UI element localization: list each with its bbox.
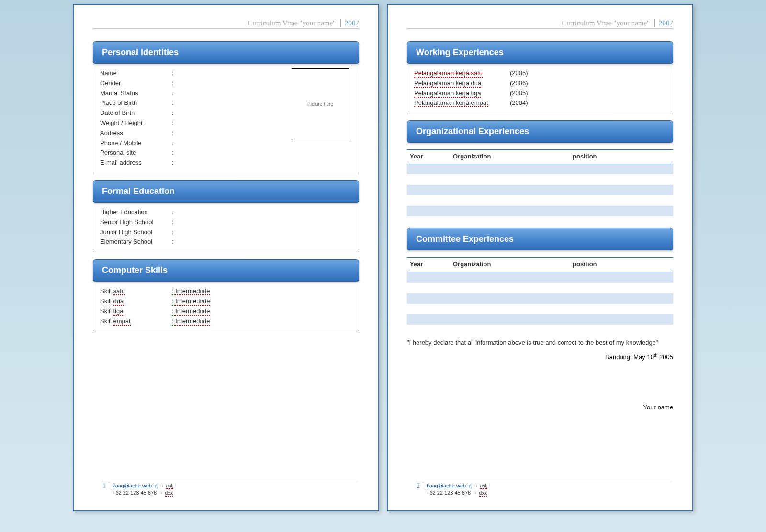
section-body-committee-experiences: Year Organization position <box>407 250 673 329</box>
info-label: Date of Birth <box>100 108 172 118</box>
arrow-icon: → <box>473 483 478 488</box>
table-row <box>407 293 673 304</box>
section-title-organizational-experiences: Organizational Experiences <box>407 120 673 143</box>
colon: : <box>172 89 181 99</box>
colon: : <box>172 98 181 108</box>
page-number: 2 <box>417 482 423 490</box>
colon: : <box>172 108 181 118</box>
table-row <box>407 195 673 206</box>
info-label: Junior High School <box>100 227 172 238</box>
colon: : <box>172 148 181 158</box>
skill-level: : Intermediate <box>172 296 210 306</box>
colon: : <box>172 79 181 89</box>
table-row <box>407 314 673 325</box>
header-rule <box>93 28 359 29</box>
info-row: Personal site: <box>100 148 352 158</box>
spellcheck-red: Intermediate <box>175 317 210 326</box>
spellcheck-red: Intermediate <box>175 297 210 306</box>
signature-name: Your name <box>407 404 673 411</box>
arrow-icon: → <box>158 490 163 496</box>
info-label: Elementary School <box>100 237 172 247</box>
experience-row: Pelangalaman kerja dua(2006) <box>414 79 666 89</box>
col-position: position <box>570 258 673 272</box>
info-label: Phone / Mobile <box>100 138 172 148</box>
colon: : <box>172 158 181 168</box>
info-row: Higher Education: <box>100 207 352 217</box>
info-row: Senior High School: <box>100 217 352 227</box>
col-organization: Organization <box>450 150 570 164</box>
page-number: 1 <box>102 482 109 490</box>
header-title-prefix: Curriculum Vitae <box>248 19 297 27</box>
table-row <box>407 283 673 293</box>
spellcheck-red: aslj <box>166 483 174 489</box>
col-year: Year <box>407 258 450 272</box>
skill-label: Skill empat <box>100 317 172 327</box>
experience-label: Pelangalaman kerja tiga <box>414 89 510 99</box>
header-name-placeholder: "your name" <box>299 19 336 27</box>
section-body-computer-skills: Skill satu : Intermediate Skill dua : In… <box>93 282 359 331</box>
experience-year: (2005) <box>510 68 548 79</box>
spellcheck-red: tiga <box>113 307 123 316</box>
table-header-row: Year Organization position <box>407 258 673 272</box>
colon: : <box>172 237 181 247</box>
experience-year: (2006) <box>510 79 548 89</box>
header-title-prefix: Curriculum Vitae <box>562 19 611 27</box>
arrow-icon: → <box>159 483 164 488</box>
colon: : <box>172 207 181 217</box>
info-label: Senior High School <box>100 217 172 227</box>
info-label: Higher Education <box>100 207 172 217</box>
info-label: Name <box>100 68 172 79</box>
info-row: Junior High School: <box>100 227 352 238</box>
table-row <box>407 185 673 195</box>
page-1: Curriculum Vitae "your name" 2007 Person… <box>73 4 379 511</box>
footer-lines: kang@acha.web.id → aslj +62 22 123 45 67… <box>113 482 173 496</box>
colon: : <box>172 227 181 238</box>
photo-placeholder-text: Picture here <box>307 101 333 108</box>
footer: 2 kang@acha.web.id → aslj +62 22 123 45 … <box>417 481 673 496</box>
info-label: Weight / Height <box>100 118 172 128</box>
table-row <box>407 304 673 314</box>
experience-row: Pelangalaman kerja satu(2005) <box>414 68 666 79</box>
footer-email-link[interactable]: kang@acha.web.id <box>427 483 472 488</box>
photo-placeholder-box: Picture here <box>292 68 349 140</box>
footer-email-link[interactable]: kang@acha.web.id <box>113 483 158 488</box>
experience-year: (2004) <box>510 98 548 108</box>
header-year: 2007 <box>340 19 359 27</box>
info-label: Address <box>100 128 172 138</box>
spellcheck-red: Intermediate <box>175 287 210 295</box>
info-label: Marital Status <box>100 89 172 99</box>
skill-row: Skill dua : Intermediate <box>100 296 352 306</box>
header-rule <box>407 28 673 29</box>
header: Curriculum Vitae "your name" 2007 <box>407 19 673 29</box>
section-title-formal-education: Formal Education <box>93 180 359 203</box>
section-title-working-experiences: Working Experiences <box>407 41 673 64</box>
skill-row: Skill satu : Intermediate <box>100 286 352 296</box>
header: Curriculum Vitae "your name" 2007 <box>93 19 359 29</box>
info-label: E-mail address <box>100 158 172 168</box>
section-body-organizational-experiences: Year Organization position <box>407 143 673 221</box>
header-name-placeholder: "your name" <box>613 19 650 27</box>
spellcheck-red: empat <box>113 317 130 326</box>
info-row: Elementary School: <box>100 237 352 247</box>
section-body-working-experiences: Pelangalaman kerja satu(2005) Pelangalam… <box>407 64 673 113</box>
org-table: Year Organization position <box>407 149 673 216</box>
colon: : <box>172 217 181 227</box>
experience-row: Pelangalaman kerja empat(2004) <box>414 98 666 108</box>
spellcheck-red: Pelangalaman kerja satu <box>414 69 483 78</box>
table-header-row: Year Organization position <box>407 150 673 164</box>
footer-lines: kang@acha.web.id → aslj +62 22 123 45 67… <box>427 482 487 496</box>
col-organization: Organization <box>450 258 570 272</box>
skill-label: Skill dua <box>100 296 172 306</box>
arrow-icon: → <box>472 490 477 496</box>
experience-year: (2005) <box>510 89 548 99</box>
experience-label: Pelangalaman kerja empat <box>414 98 510 108</box>
skill-row: Skill empat : Intermediate <box>100 317 352 327</box>
committee-table: Year Organization position <box>407 257 673 324</box>
skill-level: : Intermediate <box>172 306 210 317</box>
footer-phone: +62 22 123 45 678 <box>113 490 157 496</box>
table-row <box>407 174 673 185</box>
table-row <box>407 272 673 283</box>
section-title-computer-skills: Computer Skills <box>93 259 359 282</box>
footer-phone: +62 22 123 45 678 <box>427 490 471 496</box>
table-row <box>407 206 673 216</box>
